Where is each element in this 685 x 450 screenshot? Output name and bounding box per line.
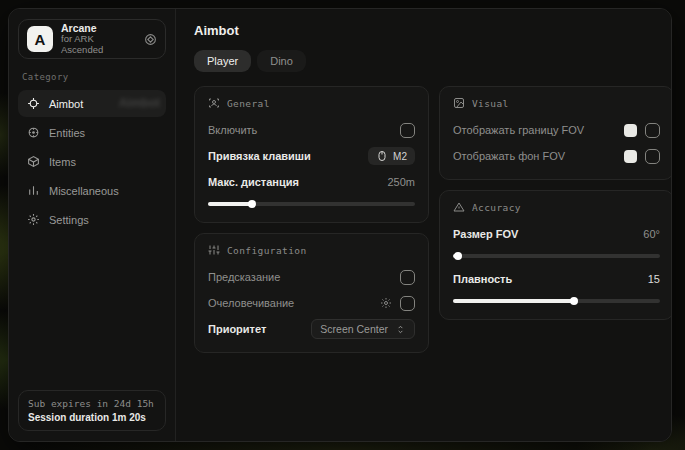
max-distance-label: Макс. дистанция bbox=[208, 176, 299, 188]
main-content: Aimbot Player Dino General Включить bbox=[176, 9, 672, 441]
fov-background-checkbox[interactable] bbox=[645, 149, 660, 164]
card-visual-header: Visual bbox=[453, 97, 660, 109]
session-duration-text: Session duration 1m 20s bbox=[28, 412, 156, 423]
image-icon bbox=[453, 97, 465, 109]
category-label: Category bbox=[22, 72, 162, 82]
keybind-label: Привязка клавиши bbox=[208, 150, 311, 162]
smoothness-value: 15 bbox=[648, 273, 660, 285]
sub-expires-text: Sub expires in 24d 15h bbox=[28, 398, 156, 409]
sidebar-nav: Aimbot Aimbot Entities Items bbox=[18, 90, 166, 233]
humanization-settings-icon[interactable] bbox=[380, 297, 392, 309]
humanization-label: Очеловечивание bbox=[208, 297, 294, 309]
sidebar-item-label: Settings bbox=[49, 214, 89, 226]
fov-border-color-swatch[interactable] bbox=[624, 124, 637, 137]
misc-icon bbox=[26, 184, 40, 197]
fov-background-label: Отображать фон FOV bbox=[453, 150, 565, 162]
card-accuracy: Accuracy Размер FOV 60° Плавность 15 bbox=[439, 190, 672, 320]
sidebar: A Arcane for ARK Ascended Category Aimbo… bbox=[9, 9, 176, 441]
page-title: Aimbot bbox=[194, 23, 672, 38]
sidebar-item-label: Entities bbox=[49, 127, 85, 139]
card-accuracy-header: Accuracy bbox=[453, 201, 660, 213]
sliders-icon bbox=[208, 244, 220, 256]
humanization-checkbox[interactable] bbox=[400, 296, 415, 311]
sidebar-item-label: Items bbox=[49, 156, 76, 168]
priority-label: Приоритет bbox=[208, 323, 266, 335]
max-distance-slider[interactable] bbox=[208, 202, 415, 206]
card-title: Accuracy bbox=[472, 202, 521, 213]
card-visual: Visual Отображать границу FOV Отображать… bbox=[439, 86, 672, 180]
cards-grid: General Включить Привязка клавиши M2 bbox=[194, 86, 672, 353]
cards-left-column: General Включить Привязка клавиши M2 bbox=[194, 86, 429, 353]
session-info-box: Sub expires in 24d 15h Session duration … bbox=[18, 390, 166, 431]
fov-size-value: 60° bbox=[643, 228, 660, 240]
crosshair-icon bbox=[26, 97, 40, 110]
slider-fill bbox=[453, 299, 573, 303]
prediction-checkbox[interactable] bbox=[400, 270, 415, 285]
priority-value: Screen Center bbox=[320, 323, 388, 335]
card-title: Visual bbox=[472, 98, 509, 109]
card-configuration-header: Configuration bbox=[208, 244, 415, 256]
entities-icon bbox=[26, 126, 40, 139]
fov-background-color-swatch[interactable] bbox=[624, 150, 637, 163]
fov-size-slider[interactable] bbox=[453, 254, 660, 258]
card-configuration: Configuration Предсказание Очеловечивани… bbox=[194, 233, 429, 353]
sidebar-item-items[interactable]: Items bbox=[18, 148, 166, 175]
sidebar-item-entities[interactable]: Entities bbox=[18, 119, 166, 146]
slider-thumb[interactable] bbox=[248, 200, 256, 208]
slider-thumb[interactable] bbox=[570, 297, 578, 305]
fov-border-checkbox[interactable] bbox=[645, 123, 660, 138]
fov-border-label: Отображать границу FOV bbox=[453, 124, 584, 136]
card-title: General bbox=[227, 98, 270, 109]
aimbot-ghost-text: Aimbot bbox=[119, 96, 160, 110]
max-distance-value: 250m bbox=[387, 176, 415, 188]
app-title-block: Arcane for ARK Ascended bbox=[61, 22, 136, 56]
user-scan-icon bbox=[208, 97, 220, 109]
tab-player[interactable]: Player bbox=[194, 50, 251, 72]
sidebar-item-settings[interactable]: Settings bbox=[18, 206, 166, 233]
tab-bar: Player Dino bbox=[194, 50, 672, 72]
triangle-icon bbox=[453, 201, 465, 213]
enable-checkbox[interactable] bbox=[400, 123, 415, 138]
sidebar-item-miscellaneous[interactable]: Miscellaneous bbox=[18, 177, 166, 204]
smoothness-slider[interactable] bbox=[453, 299, 660, 303]
card-general-header: General bbox=[208, 97, 415, 109]
tab-dino[interactable]: Dino bbox=[257, 50, 306, 72]
target-icon[interactable] bbox=[144, 33, 157, 46]
slider-fill bbox=[208, 202, 251, 206]
settings-icon bbox=[26, 213, 40, 226]
smoothness-label: Плавность bbox=[453, 273, 512, 285]
prediction-label: Предсказание bbox=[208, 271, 280, 283]
sidebar-item-aimbot[interactable]: Aimbot Aimbot bbox=[18, 90, 166, 117]
app-logo: A bbox=[27, 26, 53, 52]
sidebar-item-label: Aimbot bbox=[49, 98, 83, 110]
card-general: General Включить Привязка клавиши M2 bbox=[194, 86, 429, 223]
mouse-icon bbox=[376, 150, 388, 162]
items-icon bbox=[26, 155, 40, 168]
sidebar-item-label: Miscellaneous bbox=[49, 185, 119, 197]
chevron-up-down-icon bbox=[395, 324, 406, 335]
fov-size-label: Размер FOV bbox=[453, 228, 518, 240]
card-title: Configuration bbox=[227, 245, 307, 256]
logo-box: A Arcane for ARK Ascended bbox=[18, 19, 166, 59]
app-subtitle: for ARK Ascended bbox=[61, 34, 136, 56]
keybind-button[interactable]: M2 bbox=[368, 147, 415, 165]
enable-label: Включить bbox=[208, 124, 257, 136]
cards-right-column: Visual Отображать границу FOV Отображать… bbox=[439, 86, 672, 353]
keybind-value: M2 bbox=[393, 151, 407, 162]
slider-thumb[interactable] bbox=[454, 252, 462, 260]
app-window: A Arcane for ARK Ascended Category Aimbo… bbox=[8, 8, 672, 442]
priority-dropdown[interactable]: Screen Center bbox=[311, 319, 415, 339]
